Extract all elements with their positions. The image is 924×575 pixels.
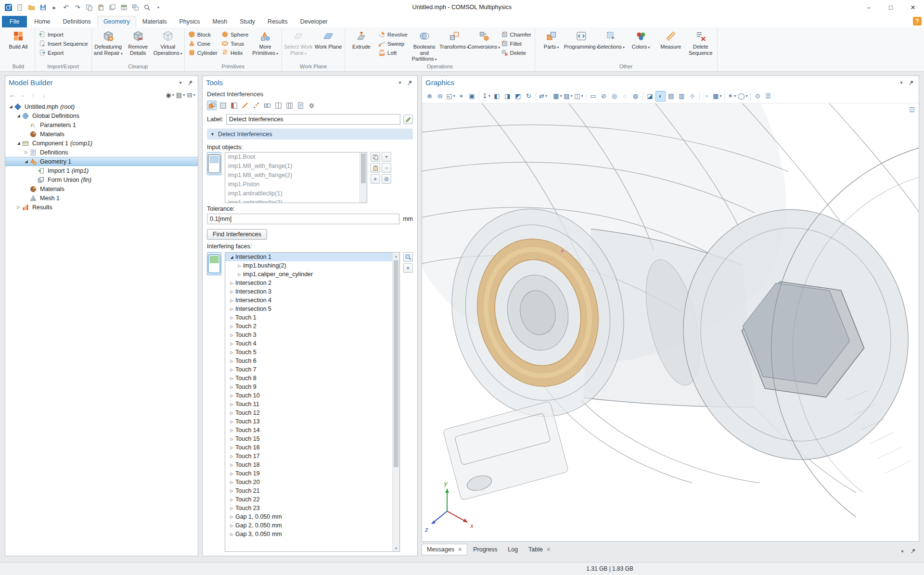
tree-node-geometry-1[interactable]: ◢Geometry 1 bbox=[5, 157, 198, 166]
expand-arrow-icon[interactable]: ▷ bbox=[228, 515, 235, 519]
cone-button[interactable]: Cone bbox=[187, 40, 219, 47]
face-item-touch-4[interactable]: ▷Touch 4 bbox=[225, 339, 392, 348]
face-item-touch-20[interactable]: ▷Touch 20 bbox=[225, 478, 392, 486]
tab-materials[interactable]: Materials bbox=[136, 16, 173, 27]
panel-menu-icon[interactable]: ▾ bbox=[897, 78, 906, 87]
scene-window-icon[interactable]: ◫▾ bbox=[574, 91, 584, 102]
tab-results[interactable]: Results bbox=[261, 16, 294, 27]
expand-arrow-icon[interactable]: ▷ bbox=[228, 324, 235, 329]
tree-node-materials[interactable]: Materials bbox=[5, 129, 198, 139]
tab-developer[interactable]: Developer bbox=[294, 16, 334, 27]
move-down-icon[interactable]: ↓ bbox=[39, 90, 49, 100]
expand-arrow-icon[interactable]: ▷ bbox=[228, 472, 235, 476]
show-axes-icon[interactable]: ⊹ bbox=[687, 91, 697, 102]
panel-menu-icon[interactable]: ▾ bbox=[898, 547, 907, 555]
face-item-touch-14[interactable]: ▷Touch 14 bbox=[225, 426, 392, 434]
face-item-touch-5[interactable]: ▷Touch 5 bbox=[225, 348, 392, 357]
torus-button[interactable]: Torus bbox=[220, 40, 250, 47]
input-object-item[interactable]: imp1.Boot bbox=[225, 153, 367, 162]
environment-icon[interactable]: ◯▾ bbox=[737, 91, 748, 102]
close-tab-icon[interactable]: ✕ bbox=[458, 547, 462, 553]
expand-arrow-icon[interactable]: ▷ bbox=[228, 376, 235, 381]
maximize-button[interactable]: □ bbox=[880, 0, 902, 14]
face-item-imp1-caliper-one-cylinder[interactable]: ▷imp1.caliper_one_cylinder bbox=[225, 270, 392, 279]
cylinder-button[interactable]: Cylinder bbox=[187, 49, 219, 56]
face-item-touch-11[interactable]: ▷Touch 11 bbox=[225, 400, 392, 409]
virtual-operations-button[interactable]: Virtual Operations▾ bbox=[154, 28, 182, 64]
image-export-icon[interactable]: ▨▾ bbox=[563, 91, 573, 102]
input-object-item[interactable]: imp1.antirattleclip(2) bbox=[225, 198, 367, 203]
scene-light-icon[interactable]: ☀▾ bbox=[727, 91, 737, 102]
expand-arrow-icon[interactable]: ▷ bbox=[228, 402, 235, 407]
paste-icon[interactable] bbox=[95, 2, 106, 13]
expand-arrow-icon[interactable]: ▷ bbox=[228, 350, 235, 355]
scroll-up-icon[interactable]: ▲ bbox=[393, 253, 399, 259]
face-item-touch-22[interactable]: ▷Touch 22 bbox=[225, 495, 392, 504]
pair-selection-icon[interactable] bbox=[262, 101, 272, 110]
table-icon[interactable] bbox=[118, 2, 129, 13]
faces-scrollbar[interactable]: ▲ ▼ bbox=[392, 253, 399, 551]
delete-button[interactable]: Delete bbox=[500, 49, 533, 56]
expand-arrow-icon[interactable]: ▷ bbox=[228, 480, 235, 485]
expand-arrow-icon[interactable]: ▷ bbox=[23, 150, 30, 154]
wireframe-icon[interactable]: ▤ bbox=[666, 91, 676, 102]
save-file-icon[interactable] bbox=[38, 2, 48, 13]
face-item-touch-3[interactable]: ▷Touch 3 bbox=[225, 331, 392, 339]
face-item-intersection-5[interactable]: ▷Intersection 5 bbox=[225, 305, 392, 313]
face-item-intersection-3[interactable]: ▷Intersection 3 bbox=[225, 287, 392, 296]
detect-edges-icon[interactable] bbox=[240, 101, 250, 110]
sweep-button[interactable]: Sweep bbox=[377, 40, 409, 47]
fillet-button[interactable]: Fillet bbox=[500, 40, 533, 47]
detect-objects-icon[interactable] bbox=[207, 101, 217, 110]
expand-arrow-icon[interactable]: ▷ bbox=[228, 437, 235, 441]
conversions-button[interactable]: Conversions▾ bbox=[470, 28, 499, 64]
redo-icon[interactable]: ↷ bbox=[72, 2, 83, 13]
tree-node-results[interactable]: ▷Results bbox=[5, 203, 198, 212]
collapse-arrow-icon[interactable]: ◢ bbox=[7, 104, 14, 109]
qat-menu-icon[interactable]: ▾ bbox=[153, 2, 164, 13]
input-object-item[interactable]: imp1.antirattleclip(1) bbox=[225, 189, 367, 198]
clear-selection-icon[interactable]: ⊘ bbox=[382, 174, 391, 184]
block-button[interactable]: Block bbox=[187, 31, 219, 38]
graphics-window-icon[interactable]: ◫ bbox=[908, 105, 916, 113]
plot-group-icon[interactable]: ▦▾ bbox=[552, 91, 563, 102]
collapse-options-icon[interactable]: ⊟▾ bbox=[186, 90, 196, 100]
face-item-touch-19[interactable]: ▷Touch 19 bbox=[225, 469, 392, 478]
input-object-item[interactable]: imp1.M8_with_flange(2) bbox=[225, 171, 367, 180]
snapshot-icon[interactable]: ⊙ bbox=[753, 91, 763, 102]
face-item-touch-8[interactable]: ▷Touch 8 bbox=[225, 374, 392, 383]
export-button[interactable]: Export bbox=[37, 49, 90, 56]
revolve-button[interactable]: Revolve bbox=[377, 31, 409, 38]
rotate-view-icon[interactable]: ↻ bbox=[524, 91, 534, 102]
remove-from-selection-icon[interactable]: − bbox=[382, 163, 391, 173]
input-object-item[interactable]: imp1.M8_with_flange(1) bbox=[225, 162, 367, 171]
expand-arrow-icon[interactable]: ▷ bbox=[236, 264, 243, 268]
hide-selected-icon[interactable]: ◌ bbox=[620, 91, 630, 102]
zoom-to-selection-icon[interactable]: ◎ bbox=[609, 91, 619, 102]
scroll-down-icon[interactable]: ▼ bbox=[393, 545, 399, 551]
face-item-intersection-1[interactable]: ◢Intersection 1 bbox=[225, 253, 392, 261]
view-along-y-icon[interactable]: ◨ bbox=[502, 91, 513, 102]
tab-geometry[interactable]: Geometry bbox=[97, 16, 136, 27]
windows-icon[interactable] bbox=[130, 2, 141, 13]
face-item-touch-21[interactable]: ▷Touch 21 bbox=[225, 486, 392, 495]
transparency-icon[interactable]: ◐ bbox=[655, 91, 666, 102]
undo-icon[interactable]: ↶ bbox=[61, 2, 71, 13]
bottom-tab-messages[interactable]: Messages✕ bbox=[422, 544, 467, 555]
minimize-button[interactable]: – bbox=[858, 0, 880, 14]
expand-arrow-icon[interactable]: ▷ bbox=[228, 298, 235, 303]
tree-text-options-icon[interactable]: ▤▾ bbox=[176, 90, 185, 100]
zoom-out-icon[interactable]: ⊖ bbox=[435, 91, 445, 102]
tree-node-form-union[interactable]: Form Union(fin) bbox=[5, 175, 198, 184]
face-item-touch-17[interactable]: ▷Touch 17 bbox=[225, 452, 392, 460]
face-item-touch-1[interactable]: ▷Touch 1 bbox=[225, 313, 392, 322]
detect-domains-icon[interactable] bbox=[218, 101, 228, 110]
faces-active-toggle-button[interactable] bbox=[207, 252, 221, 275]
bottom-tab-log[interactable]: Log bbox=[503, 544, 523, 555]
tab-mesh[interactable]: Mesh bbox=[206, 16, 234, 27]
panel-menu-icon[interactable]: ▾ bbox=[396, 78, 404, 87]
defeaturing-and-repair-button[interactable]: Defeaturing and Repair▾ bbox=[94, 28, 123, 64]
select-work-plane-button[interactable]: Select Work Plane▾ bbox=[284, 28, 313, 64]
close-tab-icon[interactable]: ✕ bbox=[546, 547, 551, 553]
extrude-button[interactable]: Extrude bbox=[347, 28, 376, 64]
